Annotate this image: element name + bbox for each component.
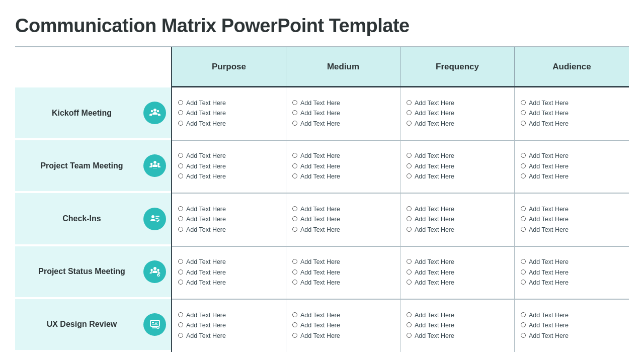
bullet-icon — [407, 163, 412, 168]
table-body: Add Text HereAdd Text HereAdd Text HereA… — [172, 87, 629, 352]
sidebar-row-3: Project Status Meeting — [15, 246, 171, 299]
bullet-icon — [407, 173, 412, 178]
cell-item-4-3-0: Add Text Here — [521, 311, 623, 320]
bullet-icon — [521, 322, 526, 327]
cell-text: Add Text Here — [529, 332, 569, 341]
cell-text: Add Text Here — [186, 162, 226, 171]
sidebar: Kickoff Meeting Project Team Meeting Che… — [15, 47, 171, 352]
cell-item-3-3-1: Add Text Here — [521, 268, 623, 278]
cell-item-2-1-0: Add Text Here — [292, 205, 394, 214]
cell-text: Add Text Here — [300, 152, 340, 161]
cell-text: Add Text Here — [415, 215, 454, 224]
bullet-icon — [292, 216, 297, 221]
header-cell-medium: Medium — [286, 47, 400, 86]
cell-text: Add Text Here — [300, 172, 340, 182]
cell-item-1-0-2: Add Text Here — [178, 172, 280, 182]
table-cell-0-1: Add Text HereAdd Text HereAdd Text Here — [286, 87, 400, 140]
cell-text: Add Text Here — [415, 279, 454, 288]
cell-text: Add Text Here — [415, 321, 454, 330]
table-cell-1-3: Add Text HereAdd Text HereAdd Text Here — [515, 141, 629, 193]
cell-item-0-2-1: Add Text Here — [407, 109, 508, 118]
cell-text: Add Text Here — [186, 268, 226, 278]
cell-item-0-3-0: Add Text Here — [521, 99, 623, 108]
bullet-icon — [292, 153, 297, 158]
table-row-4: Add Text HereAdd Text HereAdd Text HereA… — [172, 300, 629, 352]
table-cell-0-2: Add Text HereAdd Text HereAdd Text Here — [400, 87, 515, 140]
bullet-icon — [407, 110, 412, 115]
bullet-icon — [521, 110, 526, 115]
table-cell-3-3: Add Text HereAdd Text HereAdd Text Here — [515, 247, 629, 299]
table-cell-2-0: Add Text HereAdd Text HereAdd Text Here — [172, 194, 286, 246]
table-cell-0-3: Add Text HereAdd Text HereAdd Text Here — [515, 87, 629, 140]
svg-point-12 — [157, 269, 159, 271]
cell-text: Add Text Here — [300, 258, 340, 267]
cell-item-3-0-1: Add Text Here — [178, 268, 280, 278]
table-cell-2-3: Add Text HereAdd Text HereAdd Text Here — [515, 194, 629, 246]
svg-rect-17 — [155, 323, 157, 324]
bullet-icon — [178, 259, 183, 264]
bullet-icon — [521, 206, 526, 211]
cell-item-4-3-2: Add Text Here — [521, 332, 623, 341]
cell-item-3-2-0: Add Text Here — [407, 258, 508, 267]
cell-item-2-1-1: Add Text Here — [292, 215, 394, 224]
sidebar-label-0: Kickoff Meeting — [25, 109, 138, 118]
cell-item-3-0-0: Add Text Here — [178, 258, 280, 267]
cell-item-0-1-0: Add Text Here — [292, 99, 394, 108]
bullet-icon — [521, 216, 526, 221]
bullet-icon — [407, 269, 412, 275]
cell-text: Add Text Here — [529, 268, 569, 278]
bullet-icon — [521, 121, 526, 126]
sidebar-row-0: Kickoff Meeting — [15, 87, 171, 140]
table-cell-4-3: Add Text HereAdd Text HereAdd Text Here — [515, 300, 629, 352]
table-cell-2-2: Add Text HereAdd Text HereAdd Text Here — [400, 194, 515, 246]
svg-rect-18 — [152, 324, 158, 325]
sidebar-row-4: UX Design Review — [15, 299, 171, 352]
svg-rect-8 — [155, 216, 159, 217]
cell-text: Add Text Here — [529, 226, 569, 235]
table-area: PurposeMediumFrequencyAudience Add Text … — [171, 47, 629, 352]
cell-item-2-3-0: Add Text Here — [521, 205, 623, 214]
bullet-icon — [521, 269, 526, 275]
cell-text: Add Text Here — [415, 226, 454, 235]
bullet-icon — [178, 227, 183, 232]
svg-point-11 — [150, 269, 152, 271]
cell-text: Add Text Here — [186, 152, 226, 161]
cell-text: Add Text Here — [300, 215, 340, 224]
bullet-icon — [178, 312, 183, 317]
bullet-icon — [292, 110, 297, 115]
cell-item-4-2-1: Add Text Here — [407, 321, 508, 330]
sidebar-label-1: Project Team Meeting — [25, 161, 138, 170]
svg-point-0 — [153, 109, 156, 112]
bullet-icon — [178, 153, 183, 158]
cell-text: Add Text Here — [300, 109, 340, 118]
bullet-icon — [292, 173, 297, 178]
cell-text: Add Text Here — [529, 311, 569, 320]
bullet-icon — [521, 163, 526, 168]
svg-point-3 — [153, 161, 156, 164]
cell-text: Add Text Here — [529, 172, 569, 182]
bullet-icon — [521, 100, 526, 105]
cell-text: Add Text Here — [300, 279, 340, 288]
cell-text: Add Text Here — [415, 172, 454, 182]
bullet-icon — [292, 121, 297, 126]
row-icon-3 — [143, 260, 166, 283]
row-icon-0 — [143, 102, 166, 124]
table-cell-2-1: Add Text HereAdd Text HereAdd Text Here — [286, 194, 400, 246]
cell-text: Add Text Here — [186, 258, 226, 267]
cell-text: Add Text Here — [186, 120, 226, 129]
cell-item-1-3-0: Add Text Here — [521, 152, 623, 161]
cell-item-3-0-2: Add Text Here — [178, 279, 280, 288]
bullet-icon — [407, 206, 412, 211]
cell-text: Add Text Here — [300, 99, 340, 108]
bullet-icon — [521, 312, 526, 317]
bullet-icon — [292, 322, 297, 327]
bullet-icon — [407, 216, 412, 221]
cell-item-0-0-1: Add Text Here — [178, 109, 280, 118]
svg-point-4 — [150, 163, 152, 165]
bullet-icon — [292, 100, 297, 105]
cell-text: Add Text Here — [186, 172, 226, 182]
cell-item-4-0-1: Add Text Here — [178, 321, 280, 330]
bullet-icon — [521, 153, 526, 158]
cell-item-0-0-2: Add Text Here — [178, 120, 280, 129]
cell-item-4-1-2: Add Text Here — [292, 332, 394, 341]
